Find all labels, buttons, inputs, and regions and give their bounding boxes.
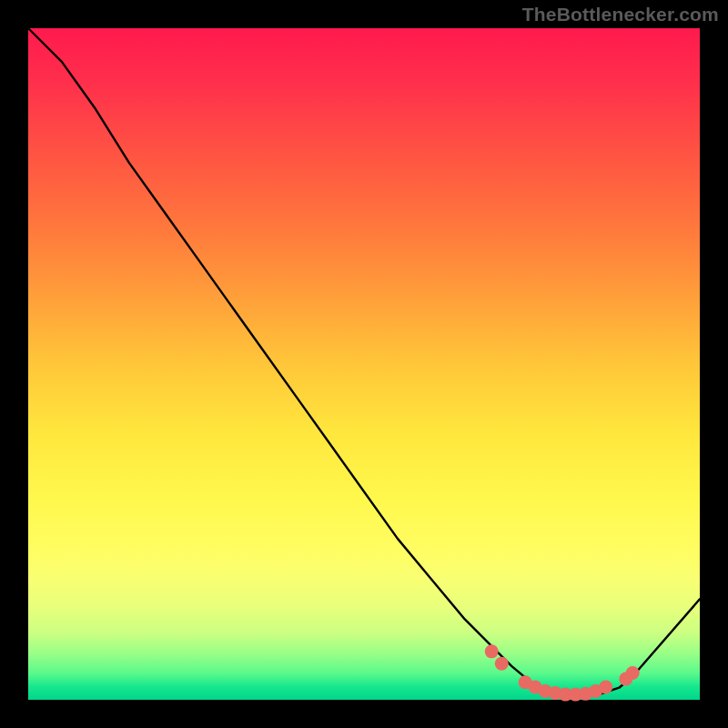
highlight-dots	[485, 644, 640, 701]
attribution-label: TheBottlenecker.com	[522, 4, 719, 25]
curve-svg	[28, 28, 700, 700]
plot-area	[28, 28, 700, 700]
highlight-dot	[626, 666, 640, 680]
highlight-dot	[485, 644, 499, 658]
chart-frame: TheBottlenecker.com	[0, 0, 728, 728]
bottleneck-curve	[28, 28, 700, 696]
highlight-dot	[495, 657, 509, 671]
highlight-dot	[599, 680, 612, 693]
